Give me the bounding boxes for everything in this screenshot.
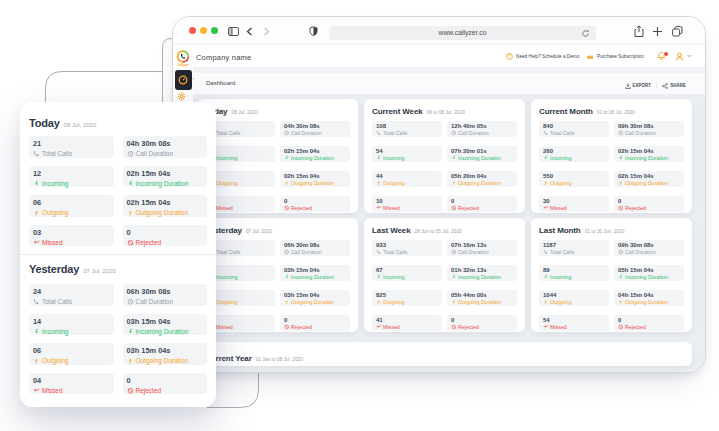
svg-text:Callyzer: Callyzer	[177, 63, 190, 67]
svg-text:?: ?	[508, 54, 511, 59]
